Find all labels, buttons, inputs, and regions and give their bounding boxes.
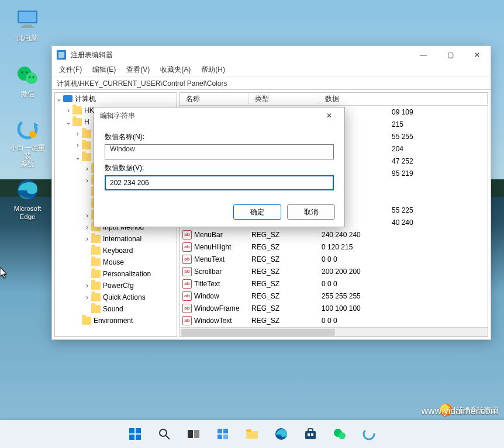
svg-rect-23	[223, 429, 228, 433]
col-name[interactable]: 名称	[180, 94, 249, 104]
taskbar[interactable]	[0, 420, 504, 448]
menu-help[interactable]: 帮助(H)	[196, 64, 230, 76]
folder-icon	[91, 305, 101, 313]
col-data[interactable]: 数据	[319, 94, 488, 104]
folder-icon	[82, 317, 91, 325]
chevron-right-icon[interactable]: ›	[83, 176, 91, 185]
desktop-icon-this-pc[interactable]: 此电脑	[7, 7, 48, 42]
string-value-icon: ab	[182, 230, 192, 239]
taskview-button[interactable]	[182, 422, 205, 446]
tree-node[interactable]: Environment	[55, 315, 177, 327]
menu-file[interactable]: 文件(F)	[54, 64, 87, 76]
value-name: TitleText	[194, 280, 220, 288]
address-bar[interactable]: 计算机\HKEY_CURRENT_USER\Control Panel\Colo…	[52, 77, 491, 89]
string-value-icon: ab	[182, 242, 192, 252]
svg-rect-25	[223, 435, 228, 439]
value-name-field[interactable]: Window	[105, 144, 334, 159]
chevron-right-icon[interactable]: ›	[83, 211, 91, 220]
value-name: MenuBar	[194, 231, 223, 239]
wechat-taskbar-button[interactable]	[328, 422, 351, 446]
cancel-button[interactable]: 取消	[287, 204, 335, 220]
value-row[interactable]: abWindowFrameREG_SZ100 100 100	[180, 302, 488, 314]
tree-node[interactable]: Sound	[55, 303, 177, 315]
svg-rect-27	[246, 429, 251, 432]
minimize-button[interactable]: —	[410, 46, 437, 64]
folder-icon	[82, 130, 91, 138]
folder-icon	[91, 270, 101, 278]
svg-point-6	[21, 71, 23, 74]
value-row[interactable]: abScrollbarREG_SZ200 200 200	[180, 265, 488, 277]
edge-taskbar-button[interactable]	[270, 422, 293, 446]
chevron-down-icon[interactable]: ⌄	[55, 95, 63, 103]
horizontal-scrollbar[interactable]	[180, 327, 488, 336]
chevron-right-icon[interactable]: ›	[74, 141, 82, 150]
value-row[interactable]: abTitleTextREG_SZ0 0 0	[180, 277, 488, 290]
edge-icon	[15, 178, 40, 202]
tree-node[interactable]: ›International	[55, 233, 177, 245]
tree-node[interactable]: ›Quick Actions	[55, 291, 177, 303]
svg-rect-32	[311, 433, 313, 436]
titlebar[interactable]: 注册表编辑器 — ▢ ✕	[52, 46, 491, 64]
tree-node[interactable]: ›PowerCfg	[55, 280, 177, 291]
svg-point-18	[160, 429, 167, 436]
explorer-button[interactable]	[240, 422, 264, 446]
tree-label: PowerCfg	[103, 282, 134, 290]
tree-node[interactable]: Personalization	[55, 268, 177, 280]
chevron-right-icon[interactable]: ›	[64, 106, 73, 114]
start-button[interactable]	[123, 422, 147, 446]
chevron-right-icon[interactable]: ›	[83, 165, 91, 173]
menu-edit[interactable]: 编辑(E)	[88, 64, 120, 76]
value-row[interactable]: abMenuTextREG_SZ0 0 0	[180, 253, 488, 265]
icon-label: Microsoft Edge	[7, 204, 48, 221]
folder-icon	[73, 118, 82, 126]
desktop-icon-wechat[interactable]: 微信	[7, 63, 48, 98]
chevron-right-icon[interactable]: ›	[83, 223, 91, 231]
chevron-right-icon[interactable]: ›	[83, 235, 91, 243]
value-row[interactable]: abMenuHilightREG_SZ0 120 215	[180, 241, 488, 253]
col-type[interactable]: 类型	[249, 94, 319, 104]
edit-string-dialog: 编辑字符串 ✕ 数值名称(N): Window 数值数据(V): 确定 取消	[94, 107, 345, 227]
value-name: MenuHilight	[194, 243, 231, 251]
value-row[interactable]: abWindowTextREG_SZ0 0 0	[180, 314, 488, 327]
string-value-icon: ab	[182, 291, 192, 301]
tree-node[interactable]: ⌄计算机	[55, 93, 177, 105]
icon-label: 微信	[7, 90, 48, 98]
pc-icon	[15, 7, 40, 32]
tree-node[interactable]: Keyboard	[55, 245, 177, 256]
string-value-icon: ab	[182, 279, 192, 289]
menu-favorites[interactable]: 收藏夹(A)	[156, 64, 195, 76]
maximize-button[interactable]: ▢	[437, 46, 464, 64]
svg-rect-3	[21, 26, 34, 28]
ok-button[interactable]: 确定	[233, 204, 281, 220]
value-data-field[interactable]	[105, 175, 334, 190]
svg-point-9	[33, 77, 34, 78]
close-button[interactable]: ✕	[464, 46, 491, 64]
value-data: 0 0 0	[319, 280, 488, 288]
chevron-right-icon[interactable]: ›	[83, 282, 91, 290]
desktop-icon-edge[interactable]: Microsoft Edge	[7, 178, 48, 221]
dialog-title: 编辑字符串	[100, 111, 135, 121]
value-row[interactable]: abWindowREG_SZ255 255 255	[180, 290, 488, 302]
chevron-right-icon[interactable]: ›	[83, 293, 91, 301]
chevron-right-icon[interactable]: ›	[74, 130, 82, 138]
svg-rect-21	[194, 430, 199, 438]
column-headers[interactable]: 名称 类型 数据	[180, 93, 488, 106]
value-type: REG_SZ	[249, 292, 319, 300]
menu-view[interactable]: 查看(V)	[122, 64, 154, 76]
dialog-close-button[interactable]: ✕	[320, 112, 339, 120]
value-row[interactable]: abMenuBarREG_SZ240 240 240	[180, 228, 488, 241]
chevron-down-icon[interactable]: ⌄	[64, 118, 73, 126]
store-button[interactable]	[299, 422, 322, 446]
folder-icon	[82, 141, 91, 150]
svg-point-8	[29, 77, 31, 78]
dialog-titlebar[interactable]: 编辑字符串 ✕	[94, 107, 344, 124]
svg-rect-31	[308, 433, 310, 436]
search-button[interactable]	[153, 422, 176, 446]
tree-label: Quick Actions	[103, 293, 146, 301]
tree-node[interactable]: Mouse	[55, 256, 177, 268]
desktop-icon-reinstall[interactable]: 小白一键重装 系统	[7, 117, 48, 168]
widgets-button[interactable]	[211, 422, 234, 446]
svg-point-7	[26, 71, 28, 74]
chevron-down-icon[interactable]: ⌄	[74, 153, 82, 161]
reinstall-taskbar-button[interactable]	[357, 422, 381, 446]
